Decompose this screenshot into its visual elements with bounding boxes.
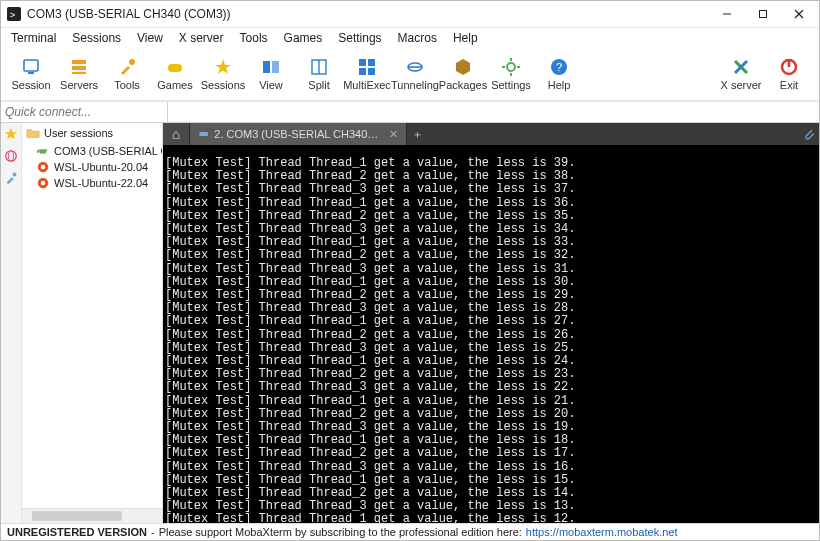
session-item[interactable]: COM3 (USB-SERIAL CH340 (CO xyxy=(36,143,162,159)
tool-servers[interactable]: Servers xyxy=(55,57,103,91)
tool-help[interactable]: ?Help xyxy=(535,57,583,91)
footer-sep: - xyxy=(151,526,155,538)
tools-strip-icon[interactable] xyxy=(4,171,18,185)
svg-point-36 xyxy=(6,151,17,162)
tool-label: Packages xyxy=(439,79,487,91)
tool-tunneling[interactable]: Tunneling xyxy=(391,57,439,91)
svg-rect-44 xyxy=(199,132,207,136)
session-label: WSL-Ubuntu-20.04 xyxy=(54,161,148,173)
footer-text: Please support MobaXterm by subscribing … xyxy=(159,526,522,538)
tool-view[interactable]: View xyxy=(247,57,295,91)
close-button[interactable] xyxy=(781,2,817,26)
tab-bar: ⌂ 2. COM3 (USB-SERIAL CH340 (CO ✕ ＋ xyxy=(163,123,819,145)
session-label: COM3 (USB-SERIAL CH340 (CO xyxy=(54,145,162,157)
footer-link[interactable]: https://mobaxterm.mobatek.net xyxy=(526,526,678,538)
star-icon xyxy=(213,57,233,77)
tool-packages[interactable]: Packages xyxy=(439,57,487,91)
tools-icon xyxy=(117,57,137,77)
sessions-header[interactable]: User sessions xyxy=(22,123,162,143)
svg-point-41 xyxy=(41,165,45,169)
svg-marker-35 xyxy=(5,128,17,139)
tool-split[interactable]: Split xyxy=(295,57,343,91)
status-bar: UNREGISTERED VERSION - Please support Mo… xyxy=(1,523,819,540)
tool-sessions[interactable]: Sessions xyxy=(199,57,247,91)
main-area: ⌂ 2. COM3 (USB-SERIAL CH340 (CO ✕ ＋ [Mut… xyxy=(163,123,819,523)
serial-icon xyxy=(36,144,50,158)
tool-exit[interactable]: Exit xyxy=(765,57,813,91)
tool-label: Games xyxy=(157,79,192,91)
tool-x-server[interactable]: X server xyxy=(717,57,765,91)
settings-icon xyxy=(501,57,521,77)
tool-settings[interactable]: Settings xyxy=(487,57,535,91)
tab-close-icon[interactable]: ✕ xyxy=(389,128,398,141)
session-icon xyxy=(21,57,41,77)
svg-rect-12 xyxy=(168,64,182,72)
menu-sessions[interactable]: Sessions xyxy=(64,29,129,47)
menu-macros[interactable]: Macros xyxy=(390,29,445,47)
tool-session[interactable]: Session xyxy=(7,57,55,91)
terminal[interactable]: [Mutex Test] Thread Thread_1 get a value… xyxy=(163,145,819,523)
session-item[interactable]: WSL-Ubuntu-20.04 xyxy=(36,159,162,175)
titlebar: > COM3 (USB-SERIAL CH340 (COM3)) xyxy=(1,1,819,28)
xserver-icon xyxy=(731,57,751,77)
menu-settings[interactable]: Settings xyxy=(330,29,389,47)
menubar: TerminalSessionsViewX serverToolsGamesSe… xyxy=(1,28,819,48)
session-label: WSL-Ubuntu-22.04 xyxy=(54,177,148,189)
svg-point-11 xyxy=(129,59,135,65)
menu-tools[interactable]: Tools xyxy=(232,29,276,47)
tool-games[interactable]: Games xyxy=(151,57,199,91)
svg-point-43 xyxy=(41,181,45,185)
tool-label: View xyxy=(259,79,283,91)
help-icon: ? xyxy=(549,57,569,77)
packages-icon xyxy=(453,57,473,77)
menu-x-server[interactable]: X server xyxy=(171,29,232,47)
tool-label: Tools xyxy=(114,79,140,91)
menu-view[interactable]: View xyxy=(129,29,171,47)
split-icon xyxy=(309,57,329,77)
menu-games[interactable]: Games xyxy=(276,29,331,47)
exit-icon xyxy=(779,57,799,77)
tunneling-icon xyxy=(405,57,425,77)
side-strip xyxy=(1,123,22,523)
quick-connect-bar xyxy=(1,101,819,123)
maximize-button[interactable] xyxy=(745,2,781,26)
tool-label: Exit xyxy=(780,79,798,91)
tool-multiexec[interactable]: MultiExec xyxy=(343,57,391,91)
games-icon xyxy=(165,57,185,77)
tab-home[interactable]: ⌂ xyxy=(163,123,190,145)
svg-point-24 xyxy=(507,63,515,71)
tool-label: Sessions xyxy=(201,79,246,91)
toolbar: SessionServersToolsGamesSessionsViewSpli… xyxy=(1,48,819,101)
tool-label: X server xyxy=(721,79,762,91)
star-icon[interactable] xyxy=(4,127,18,141)
tool-label: Servers xyxy=(60,79,98,91)
footer-bold: UNREGISTERED VERSION xyxy=(7,526,147,538)
svg-rect-10 xyxy=(72,72,86,74)
tab-com3[interactable]: 2. COM3 (USB-SERIAL CH340 (CO ✕ xyxy=(190,123,407,145)
paperclip-icon[interactable] xyxy=(799,123,819,145)
multiexec-icon xyxy=(357,57,377,77)
globe-icon[interactable] xyxy=(4,149,18,163)
svg-rect-8 xyxy=(72,60,86,64)
tool-tools[interactable]: Tools xyxy=(103,57,151,91)
tool-label: MultiExec xyxy=(343,79,391,91)
sidebar-scrollbar[interactable] xyxy=(22,508,162,523)
tab-label: 2. COM3 (USB-SERIAL CH340 (CO xyxy=(214,128,380,140)
minimize-button[interactable] xyxy=(709,2,745,26)
menu-terminal[interactable]: Terminal xyxy=(3,29,64,47)
tool-label: Session xyxy=(11,79,50,91)
folder-icon xyxy=(26,126,40,140)
svg-rect-19 xyxy=(368,59,375,66)
svg-text:?: ? xyxy=(556,61,562,73)
menu-help[interactable]: Help xyxy=(445,29,486,47)
sessions-sidebar: User sessions COM3 (USB-SERIAL CH340 (CO… xyxy=(22,123,163,523)
svg-rect-6 xyxy=(24,60,38,71)
svg-rect-14 xyxy=(263,61,270,73)
ubuntu-icon xyxy=(36,176,50,190)
home-icon: ⌂ xyxy=(172,126,180,142)
svg-marker-13 xyxy=(215,59,231,74)
session-item[interactable]: WSL-Ubuntu-22.04 xyxy=(36,175,162,191)
quick-connect-input[interactable] xyxy=(1,104,167,120)
svg-rect-7 xyxy=(28,72,34,74)
new-tab-button[interactable]: ＋ xyxy=(407,123,427,145)
